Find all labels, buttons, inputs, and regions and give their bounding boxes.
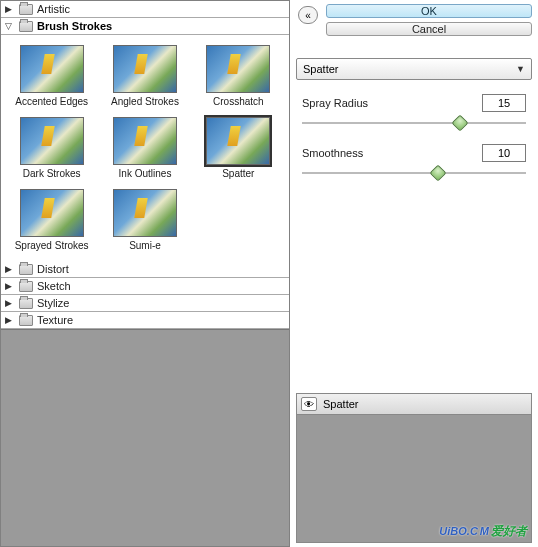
thumbnail-label: Sprayed Strokes: [15, 240, 89, 251]
empty-area: [1, 329, 289, 546]
filter-ink-outlines[interactable]: Ink Outlines: [100, 115, 189, 181]
category-artistic[interactable]: ▶ Artistic: [1, 1, 289, 18]
collapse-icon[interactable]: «: [298, 6, 318, 24]
folder-icon: [19, 4, 33, 15]
filter-sumi-e[interactable]: Sumi-e: [100, 187, 189, 253]
ok-button[interactable]: OK: [326, 4, 532, 18]
smoothness-input[interactable]: [482, 144, 526, 162]
folder-icon: [19, 281, 33, 292]
filter-thumbnails-grid: Accented Edges Angled Strokes Crosshatch…: [1, 35, 289, 261]
folder-icon: [19, 298, 33, 309]
category-texture[interactable]: ▶ Texture: [1, 312, 289, 329]
filter-accented-edges[interactable]: Accented Edges: [7, 43, 96, 109]
thumbnail-label: Accented Edges: [15, 96, 88, 107]
folder-icon: [19, 315, 33, 326]
thumbnail-label: Sumi-e: [129, 240, 161, 251]
filter-dark-strokes[interactable]: Dark Strokes: [7, 115, 96, 181]
category-label: Brush Strokes: [37, 20, 112, 32]
thumbnail-preview: [20, 189, 84, 237]
chevron-down-icon: ▼: [516, 64, 525, 74]
eye-icon[interactable]: 👁: [301, 397, 317, 411]
category-label: Texture: [37, 314, 73, 326]
effect-layer-name: Spatter: [323, 398, 358, 410]
folder-icon: [19, 21, 33, 32]
cancel-button[interactable]: Cancel: [326, 22, 532, 36]
category-label: Distort: [37, 263, 69, 275]
filter-categories-panel: ▶ Artistic ▽ Brush Strokes Accented Edge…: [0, 0, 290, 547]
thumbnail-preview: [206, 117, 270, 165]
category-label: Artistic: [37, 3, 70, 15]
chevron-down-icon: ▽: [5, 21, 15, 31]
watermark: UiBO.CM 爱好者: [439, 523, 527, 540]
param-label: Spray Radius: [302, 97, 368, 109]
thumbnail-label: Ink Outlines: [119, 168, 172, 179]
thumbnail-preview: [20, 117, 84, 165]
smoothness-slider[interactable]: [302, 166, 526, 180]
effect-layer-body: UiBO.CM 爱好者: [296, 415, 532, 543]
chevron-right-icon: ▶: [5, 4, 15, 14]
thumbnail-preview: [206, 45, 270, 93]
effect-layers-block: 👁 Spatter UiBO.CM 爱好者: [296, 393, 532, 543]
filter-spatter[interactable]: Spatter: [194, 115, 283, 181]
category-distort[interactable]: ▶ Distort: [1, 261, 289, 278]
thumbnail-preview: [113, 189, 177, 237]
effect-layer-header[interactable]: 👁 Spatter: [296, 393, 532, 415]
category-label: Stylize: [37, 297, 69, 309]
filter-sprayed-strokes[interactable]: Sprayed Strokes: [7, 187, 96, 253]
category-stylize[interactable]: ▶ Stylize: [1, 295, 289, 312]
thumbnail-preview: [113, 45, 177, 93]
category-sketch[interactable]: ▶ Sketch: [1, 278, 289, 295]
slider-thumb[interactable]: [429, 165, 446, 182]
thumbnail-label: Crosshatch: [213, 96, 264, 107]
thumbnail-preview: [113, 117, 177, 165]
filter-select[interactable]: Spatter ▼: [296, 58, 532, 80]
category-brush-strokes[interactable]: ▽ Brush Strokes: [1, 18, 289, 35]
chevron-right-icon: ▶: [5, 281, 15, 291]
filter-angled-strokes[interactable]: Angled Strokes: [100, 43, 189, 109]
spray-radius-input[interactable]: [482, 94, 526, 112]
param-label: Smoothness: [302, 147, 363, 159]
slider-track: [302, 122, 526, 124]
thumbnail-preview: [20, 45, 84, 93]
chevron-right-icon: ▶: [5, 264, 15, 274]
slider-thumb[interactable]: [452, 115, 469, 132]
chevron-right-icon: ▶: [5, 315, 15, 325]
slider-track: [302, 172, 526, 174]
chevron-right-icon: ▶: [5, 298, 15, 308]
category-label: Sketch: [37, 280, 71, 292]
thumbnail-label: Angled Strokes: [111, 96, 179, 107]
spray-radius-slider[interactable]: [302, 116, 526, 130]
thumbnail-label: Dark Strokes: [23, 168, 81, 179]
filter-select-value: Spatter: [303, 63, 338, 75]
param-spray-radius: Spray Radius: [296, 94, 532, 130]
param-smoothness: Smoothness: [296, 144, 532, 180]
thumbnail-label: Spatter: [222, 168, 254, 179]
filter-settings-panel: « OK Cancel Spatter ▼ Spray Radius Smoot…: [290, 0, 538, 547]
folder-icon: [19, 264, 33, 275]
filter-crosshatch[interactable]: Crosshatch: [194, 43, 283, 109]
